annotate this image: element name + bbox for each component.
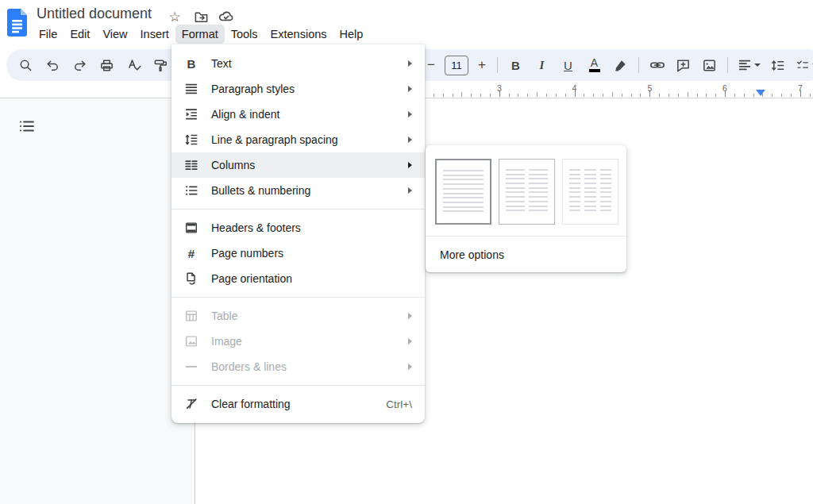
undo-icon[interactable] [43, 55, 63, 75]
menu-item-borders-lines[interactable]: Borders & lines [171, 354, 425, 379]
menu-item-paragraph-styles[interactable]: Paragraph styles [171, 76, 425, 102]
format-menu: B Text Paragraph styles Align & indent L… [171, 44, 425, 423]
submenu-arrow-icon [408, 111, 412, 117]
menu-item-image[interactable]: Image [171, 329, 425, 354]
submenu-arrow-icon [408, 338, 412, 344]
ruler-number: 6 [722, 83, 727, 93]
menu-item-text[interactable]: B Text [171, 51, 425, 76]
submenu-arrow-icon [408, 313, 412, 319]
menu-view[interactable]: View [96, 25, 133, 44]
clear-formatting-icon [183, 397, 199, 411]
menu-help[interactable]: Help [333, 25, 370, 44]
shortcut-label: Ctrl+\ [386, 398, 412, 410]
submenu-arrow-icon [408, 364, 412, 370]
page-orientation-icon [183, 271, 199, 286]
submenu-arrow-icon [408, 60, 412, 67]
menu-insert[interactable]: Insert [134, 25, 175, 44]
text-color-button[interactable]: A [584, 55, 604, 75]
ruler-number: 4 [572, 83, 577, 93]
headers-footers-icon [183, 221, 199, 235]
menu-divider [171, 385, 425, 386]
decrease-font-size-button[interactable]: − [424, 55, 438, 75]
page-numbers-icon: # [183, 246, 199, 260]
add-comment-icon[interactable] [673, 55, 693, 75]
image-icon [183, 334, 199, 348]
submenu-arrow-icon [408, 187, 412, 194]
print-icon[interactable] [97, 55, 117, 75]
ruler-number: 3 [497, 83, 502, 93]
menu-divider [171, 297, 425, 298]
menu-item-align-indent[interactable]: Align & indent [171, 102, 425, 127]
menu-item-columns[interactable]: Columns [171, 152, 425, 178]
submenu-arrow-icon [408, 162, 412, 168]
menu-tools[interactable]: Tools [225, 25, 264, 44]
toolbar-separator [638, 57, 639, 73]
table-icon [183, 309, 199, 323]
toolbar-separator [497, 57, 498, 73]
right-indent-marker[interactable] [756, 90, 765, 96]
insert-link-icon[interactable] [647, 55, 667, 75]
document-outline-icon[interactable] [16, 117, 38, 136]
redo-icon[interactable] [70, 55, 90, 75]
menu-item-clear-formatting[interactable]: Clear formatting Ctrl+\ [171, 391, 425, 417]
toolbar-separator [727, 57, 728, 73]
chevron-down-icon [754, 63, 761, 67]
paint-format-icon[interactable] [151, 55, 171, 75]
menu-edit[interactable]: Edit [64, 25, 96, 44]
menu-item-table[interactable]: Table [171, 303, 425, 329]
underline-button[interactable]: U [558, 55, 578, 75]
columns-icon [183, 158, 199, 172]
ruler-number: 7 [798, 83, 803, 93]
move-to-folder-icon[interactable] [193, 9, 209, 25]
one-column-option[interactable] [435, 159, 491, 225]
submenu-arrow-icon [408, 137, 412, 143]
google-docs-logo-icon[interactable] [6, 9, 28, 37]
line-spacing-icon[interactable] [768, 55, 788, 75]
menu-divider [171, 209, 425, 210]
insert-image-icon[interactable] [699, 55, 719, 75]
columns-submenu: More options [426, 145, 626, 272]
three-columns-option[interactable] [562, 159, 618, 225]
bold-button[interactable]: B [506, 55, 526, 75]
line-paragraph-spacing-icon [183, 133, 199, 147]
align-indent-icon [183, 107, 199, 121]
highlight-color-icon[interactable] [611, 55, 630, 75]
increase-font-size-button[interactable]: + [475, 55, 489, 75]
two-columns-option[interactable] [499, 159, 555, 225]
bullets-numbering-icon [183, 183, 199, 198]
more-options-item[interactable]: More options [426, 236, 626, 272]
align-left-icon[interactable] [736, 55, 761, 75]
search-icon[interactable] [16, 55, 36, 75]
paragraph-styles-icon [183, 82, 199, 96]
menu-item-line-paragraph-spacing[interactable]: Line & paragraph spacing [171, 127, 425, 152]
italic-button[interactable]: I [532, 55, 552, 75]
menu-format[interactable]: Format [175, 25, 225, 44]
menu-extensions[interactable]: Extensions [264, 25, 333, 44]
star-icon[interactable]: ☆ [167, 9, 183, 25]
menu-item-page-orientation[interactable]: Page orientation [171, 266, 425, 291]
ruler-number: 5 [647, 83, 652, 93]
spellcheck-icon[interactable] [124, 55, 144, 75]
app-header: Untitled document ☆ File Edit View Inser… [0, 0, 813, 44]
submenu-arrow-icon [408, 86, 412, 92]
menu-file[interactable]: File [33, 25, 64, 44]
menu-item-page-numbers[interactable]: # Page numbers [171, 240, 425, 266]
cloud-saved-icon[interactable] [218, 9, 234, 25]
menu-item-bullets-numbering[interactable]: Bullets & numbering [171, 178, 425, 203]
menu-item-headers-footers[interactable]: Headers & footers [171, 215, 425, 240]
document-title[interactable]: Untitled document [37, 6, 152, 22]
menubar: File Edit View Insert Format Tools Exten… [33, 25, 369, 44]
borders-lines-icon [183, 360, 199, 374]
bold-text-icon: B [183, 56, 199, 71]
font-size-input[interactable]: 11 [445, 56, 468, 75]
checklist-icon[interactable] [794, 55, 813, 75]
